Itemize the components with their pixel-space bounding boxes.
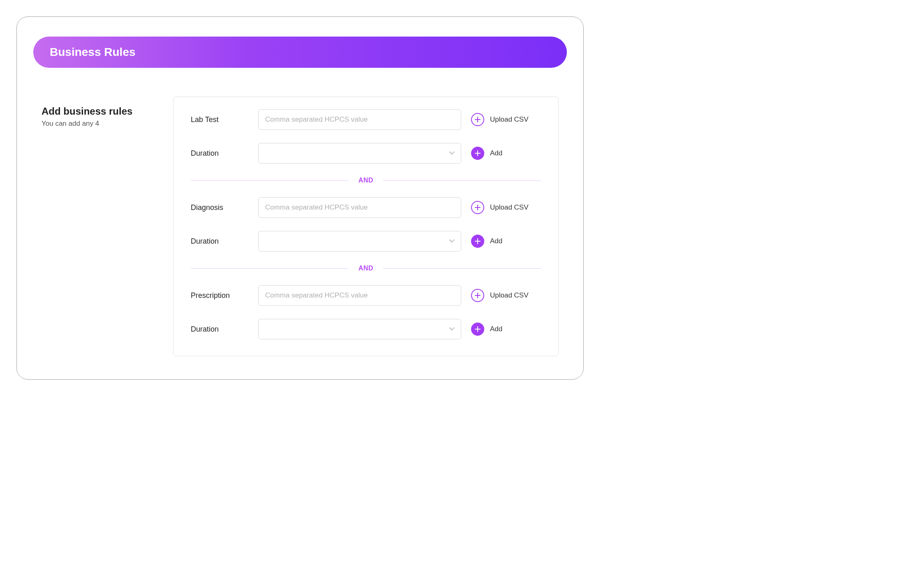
add-button[interactable] bbox=[471, 147, 484, 160]
rule-value-label: Diagnosis bbox=[191, 203, 248, 212]
add-label: Add bbox=[490, 325, 502, 333]
upload-csv-label: Upload CSV bbox=[490, 203, 529, 212]
intro-title: Add business rules bbox=[42, 106, 157, 117]
rule-value-row: Diagnosis Upload CSV bbox=[191, 197, 541, 218]
divider-line bbox=[383, 180, 541, 181]
duration-select[interactable] bbox=[258, 231, 461, 251]
lab-test-input[interactable] bbox=[258, 109, 461, 130]
and-divider: AND bbox=[191, 177, 541, 184]
rule-value-label: Prescription bbox=[191, 291, 248, 300]
plus-icon bbox=[474, 238, 481, 244]
plus-icon bbox=[474, 292, 481, 299]
add-label: Add bbox=[490, 149, 502, 157]
rule-duration-row: Duration Add bbox=[191, 319, 541, 339]
add-label: Add bbox=[490, 237, 502, 245]
plus-icon bbox=[474, 326, 481, 332]
and-text: AND bbox=[349, 177, 383, 184]
duration-label: Duration bbox=[191, 325, 248, 334]
duration-select-wrap bbox=[258, 231, 461, 251]
rule-value-row: Lab Test Upload CSV bbox=[191, 109, 541, 130]
add-button[interactable] bbox=[471, 323, 484, 336]
rule-value-row: Prescription Upload CSV bbox=[191, 285, 541, 306]
plus-icon bbox=[474, 150, 481, 157]
upload-csv-button[interactable] bbox=[471, 201, 484, 214]
rule-duration-row: Duration Add bbox=[191, 143, 541, 164]
diagnosis-input[interactable] bbox=[258, 197, 461, 218]
section-title: Business Rules bbox=[50, 46, 136, 58]
upload-csv-label: Upload CSV bbox=[490, 115, 529, 124]
rules-panel: Lab Test Upload CSV Duration bbox=[173, 97, 559, 356]
add-action: Add bbox=[471, 323, 541, 336]
intro-column: Add business rules You can add any 4 bbox=[42, 97, 157, 356]
business-rules-card: Business Rules Add business rules You ca… bbox=[16, 16, 584, 380]
plus-icon bbox=[474, 116, 481, 123]
duration-select[interactable] bbox=[258, 143, 461, 164]
and-text: AND bbox=[349, 265, 383, 272]
upload-action: Upload CSV bbox=[471, 289, 541, 302]
upload-action: Upload CSV bbox=[471, 201, 541, 214]
upload-csv-button[interactable] bbox=[471, 289, 484, 302]
divider-line bbox=[383, 268, 541, 269]
duration-select-wrap bbox=[258, 143, 461, 164]
add-button[interactable] bbox=[471, 235, 484, 248]
upload-csv-button[interactable] bbox=[471, 113, 484, 126]
rule-duration-row: Duration Add bbox=[191, 231, 541, 251]
rule-value-label: Lab Test bbox=[191, 115, 248, 124]
add-action: Add bbox=[471, 235, 541, 248]
divider-line bbox=[191, 180, 349, 181]
plus-icon bbox=[474, 204, 481, 211]
duration-select[interactable] bbox=[258, 319, 461, 339]
duration-select-wrap bbox=[258, 319, 461, 339]
section-header: Business Rules bbox=[33, 37, 567, 68]
intro-subtitle: You can add any 4 bbox=[42, 120, 157, 128]
divider-line bbox=[191, 268, 349, 269]
upload-csv-label: Upload CSV bbox=[490, 291, 529, 300]
duration-label: Duration bbox=[191, 237, 248, 246]
prescription-input[interactable] bbox=[258, 285, 461, 306]
and-divider: AND bbox=[191, 265, 541, 272]
upload-action: Upload CSV bbox=[471, 113, 541, 126]
duration-label: Duration bbox=[191, 149, 248, 158]
content-row: Add business rules You can add any 4 Lab… bbox=[33, 97, 567, 356]
add-action: Add bbox=[471, 147, 541, 160]
